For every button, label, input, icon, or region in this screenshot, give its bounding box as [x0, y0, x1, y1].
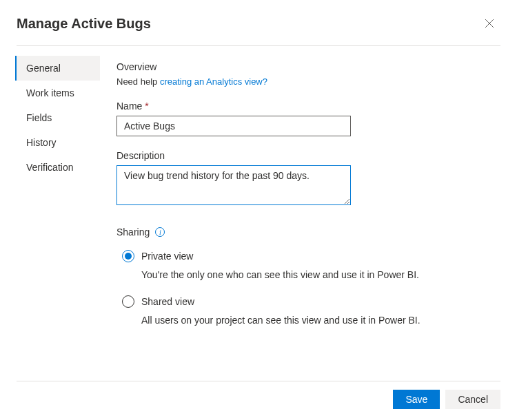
sidebar-item-label: Verification: [26, 162, 73, 173]
cancel-button[interactable]: Cancel: [445, 390, 500, 409]
help-link[interactable]: creating an Analytics view?: [160, 76, 267, 87]
main-panel: Overview Need help creating an Analytics…: [100, 46, 517, 341]
dialog-footer: Save Cancel: [17, 381, 500, 409]
save-button[interactable]: Save: [393, 390, 440, 409]
radio-desc-shared: All users on your project can see this v…: [122, 315, 500, 326]
name-label: Name *: [116, 101, 500, 112]
radio-option-shared: Shared view All users on your project ca…: [116, 295, 500, 326]
description-label: Description: [116, 150, 500, 161]
required-indicator: *: [145, 101, 148, 112]
radio-label-private: Private view: [141, 251, 193, 262]
dialog-title: Manage Active Bugs: [17, 16, 151, 32]
radio-label-shared: Shared view: [141, 296, 194, 307]
sidebar-item-verification[interactable]: Verification: [15, 155, 100, 180]
radio-selected-dot: [125, 253, 132, 260]
sidebar-item-label: History: [26, 137, 57, 148]
info-icon[interactable]: i: [155, 227, 165, 237]
sharing-header: Sharing i: [116, 227, 500, 238]
name-label-text: Name: [116, 101, 142, 112]
sidebar-item-work-items[interactable]: Work items: [15, 81, 100, 105]
sidebar-item-label: Fields: [26, 112, 52, 123]
dialog-body: General Work items Fields History Verifi…: [0, 46, 517, 341]
dialog-header: Manage Active Bugs: [0, 0, 517, 45]
sidebar-item-general[interactable]: General: [15, 56, 100, 81]
close-button[interactable]: [478, 12, 500, 34]
radio-row-shared[interactable]: Shared view: [122, 295, 500, 308]
help-text: Need help creating an Analytics view?: [116, 76, 500, 87]
radio-row-private[interactable]: Private view: [122, 250, 500, 262]
sidebar-item-label: Work items: [26, 87, 74, 98]
sidebar-item-fields[interactable]: Fields: [15, 105, 100, 130]
close-icon: [485, 19, 494, 28]
overview-heading: Overview: [116, 61, 500, 72]
help-prefix: Need help: [116, 76, 160, 87]
radio-private[interactable]: [122, 250, 134, 262]
sidebar-item-label: General: [26, 63, 61, 74]
sidebar-item-history[interactable]: History: [15, 130, 100, 155]
name-input[interactable]: [116, 116, 351, 136]
radio-shared[interactable]: [122, 295, 134, 308]
sharing-heading: Sharing: [116, 227, 150, 238]
radio-desc-private: You're the only one who can see this vie…: [122, 269, 500, 280]
radio-option-private: Private view You're the only one who can…: [116, 250, 500, 280]
description-input[interactable]: View bug trend history for the past 90 d…: [116, 165, 351, 205]
sidebar: General Work items Fields History Verifi…: [0, 46, 100, 341]
